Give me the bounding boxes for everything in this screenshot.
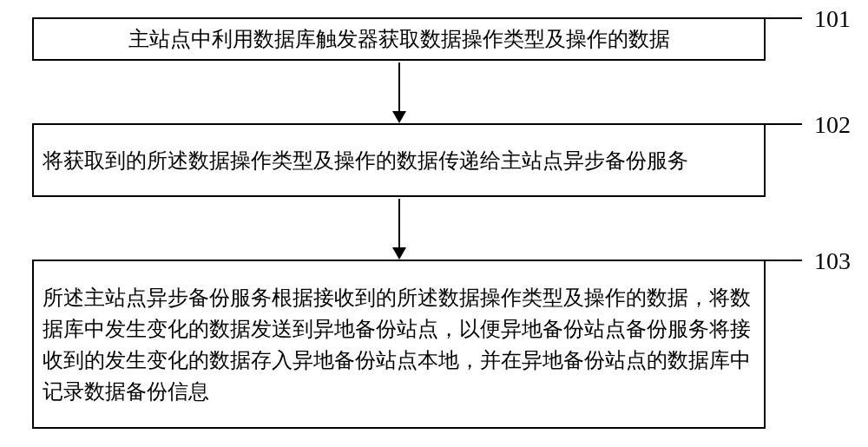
step-label-102: 102 — [814, 111, 851, 139]
leader-line-102 — [766, 123, 802, 125]
step-box-102-text: 将获取到的所述数据操作类型及操作的数据传递给主站点异步备份服务 — [43, 145, 688, 176]
arrow-101-to-102-line — [398, 62, 400, 111]
step-box-103-text: 所述主站点异步备份服务根据接收到的所述数据操作类型及操作的数据，将数据库中发生变… — [43, 282, 755, 407]
step-box-101-text: 主站点中利用数据库触发器获取数据操作类型及操作的数据 — [128, 23, 670, 55]
arrow-102-to-103-head — [392, 247, 406, 260]
flowchart-canvas: 主站点中利用数据库触发器获取数据操作类型及操作的数据 101 将获取到的所述数据… — [0, 0, 868, 447]
step-label-103: 103 — [814, 247, 851, 275]
step-box-103: 所述主站点异步备份服务根据接收到的所述数据操作类型及操作的数据，将数据库中发生变… — [32, 260, 766, 429]
step-box-102: 将获取到的所述数据操作类型及操作的数据传递给主站点异步备份服务 — [32, 123, 766, 197]
arrow-102-to-103-line — [398, 199, 400, 247]
arrow-101-to-102-head — [392, 111, 406, 123]
leader-line-103 — [766, 260, 802, 261]
step-label-101: 101 — [814, 5, 851, 33]
leader-line-101 — [766, 17, 802, 19]
step-box-101: 主站点中利用数据库触发器获取数据操作类型及操作的数据 — [32, 17, 766, 61]
